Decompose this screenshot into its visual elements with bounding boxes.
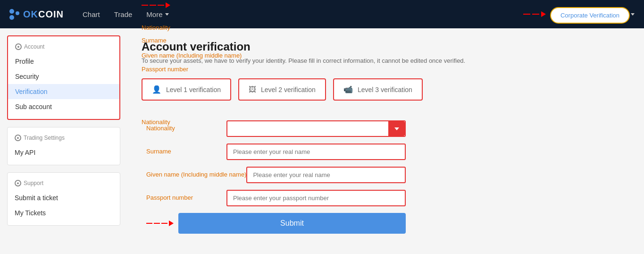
sidebar-item-my-tickets[interactable]: My Tickets bbox=[8, 205, 120, 220]
nav-chart[interactable]: Chart bbox=[83, 10, 100, 18]
main-nav: Chart Trade More bbox=[83, 10, 523, 18]
sidebar-support-section: ● Support Submit a ticket My Tickets bbox=[7, 172, 120, 226]
account-section-icon: ● bbox=[15, 43, 22, 50]
sidebar-item-verification[interactable]: Verification bbox=[8, 84, 119, 99]
verification-levels: 👤 Level 1 verification 🖼 Level 2 verific… bbox=[142, 78, 630, 101]
sidebar-account-section: ● Account Profile Security Verification … bbox=[7, 35, 120, 120]
nav-trade[interactable]: Trade bbox=[114, 10, 133, 18]
dash-1 bbox=[523, 14, 530, 15]
level-3-label: Level 3 verification bbox=[358, 86, 412, 93]
pf-nationality-row: Nationality bbox=[146, 120, 406, 137]
submit-arrow-icon bbox=[166, 2, 170, 8]
pf-given-name-row: Given name (Including middle name) bbox=[146, 167, 406, 183]
pf-given-name-field bbox=[246, 167, 406, 183]
pf-passport-field bbox=[226, 190, 406, 206]
level-2-label: Level 2 verification bbox=[261, 86, 316, 93]
pf-passport-label: Passport number bbox=[146, 190, 226, 202]
pf-dash-1 bbox=[146, 223, 152, 224]
pf-submit-button[interactable]: Submit bbox=[178, 213, 406, 234]
submit-area: Submit bbox=[142, 2, 472, 8]
logo[interactable]: OKCOIN bbox=[9, 9, 64, 20]
surname-field-input[interactable] bbox=[227, 144, 405, 159]
pf-given-name-label: Given name (Including middle name) bbox=[146, 167, 246, 179]
nationality-field-label: Nationality bbox=[142, 24, 217, 31]
arrow-right-icon bbox=[541, 11, 546, 17]
sidebar-account-title: ● Account bbox=[8, 41, 119, 54]
pf-surname-row: Surname bbox=[146, 144, 406, 160]
level-1-label: Level 1 verification bbox=[166, 86, 221, 93]
given-name-field-label: Given name (Including middle name) bbox=[142, 50, 242, 60]
passport-field-label: Passport number bbox=[142, 66, 217, 73]
sidebar-trading-title: ● Trading Settings bbox=[8, 132, 120, 145]
level-3-card[interactable]: 📹 Level 3 verification bbox=[333, 78, 423, 101]
user-chevron-icon bbox=[631, 13, 635, 16]
sidebar-item-sub-account[interactable]: Sub account bbox=[8, 99, 119, 114]
dash-2 bbox=[532, 14, 539, 15]
trading-section-icon: ● bbox=[15, 135, 21, 141]
pf-nationality-field bbox=[226, 120, 406, 137]
surname-field-label: Surname bbox=[142, 37, 217, 44]
passport-field-input[interactable] bbox=[227, 191, 405, 205]
level-1-card[interactable]: 👤 Level 1 verification bbox=[142, 78, 231, 101]
submit-dash-2 bbox=[150, 5, 156, 6]
level-2-card[interactable]: 🖼 Level 2 verification bbox=[238, 78, 326, 101]
nationality-form-row: Nationality bbox=[142, 24, 630, 31]
sidebar: ● Account Profile Security Verification … bbox=[0, 28, 127, 254]
sidebar-item-submit-ticket[interactable]: Submit a ticket bbox=[8, 190, 120, 205]
level-2-icon: 🖼 bbox=[249, 85, 256, 94]
sidebar-item-my-api[interactable]: My API bbox=[8, 145, 120, 160]
pf-dash-2 bbox=[154, 223, 160, 224]
submit-arrow-indicator bbox=[142, 2, 170, 8]
pf-passport-row: Passport number bbox=[146, 190, 406, 206]
level-3-icon: 📹 bbox=[343, 85, 353, 94]
logo-icon bbox=[9, 9, 19, 20]
pf-surname-field bbox=[226, 144, 406, 160]
pf-arrow-icon bbox=[169, 220, 174, 226]
nationality-dropdown[interactable] bbox=[227, 121, 405, 136]
sidebar-item-security[interactable]: Security bbox=[8, 69, 119, 84]
account-arrow-indicator bbox=[523, 11, 546, 17]
given-name-field-input[interactable] bbox=[247, 168, 405, 182]
pf-select-arrow bbox=[388, 121, 405, 136]
pf-nationality-label: Nationality bbox=[146, 120, 226, 133]
pf-submit-area: Submit bbox=[146, 213, 406, 234]
submit-dash-1 bbox=[142, 5, 148, 6]
pf-arrow-indicator bbox=[146, 220, 174, 226]
proper-form: Nationality Surname Given name (Includin… bbox=[146, 120, 406, 234]
pf-surname-label: Surname bbox=[146, 144, 226, 156]
more-chevron-icon bbox=[165, 13, 169, 16]
sidebar-item-profile[interactable]: Profile bbox=[8, 54, 119, 69]
pf-select-wrap bbox=[227, 121, 405, 136]
support-section-icon: ● bbox=[15, 180, 21, 186]
pf-dash-3 bbox=[161, 223, 167, 224]
submit-dash-3 bbox=[158, 5, 164, 6]
sidebar-trading-section: ● Trading Settings My API bbox=[7, 127, 120, 165]
nav-more[interactable]: More bbox=[146, 10, 168, 18]
level-1-icon: 👤 bbox=[152, 85, 161, 94]
pf-select-caret-icon bbox=[394, 127, 399, 130]
logo-text: OKCOIN bbox=[23, 9, 64, 20]
corporate-verification-button[interactable]: Corporate Verification bbox=[550, 7, 630, 24]
sidebar-support-title: ● Support bbox=[8, 178, 120, 190]
